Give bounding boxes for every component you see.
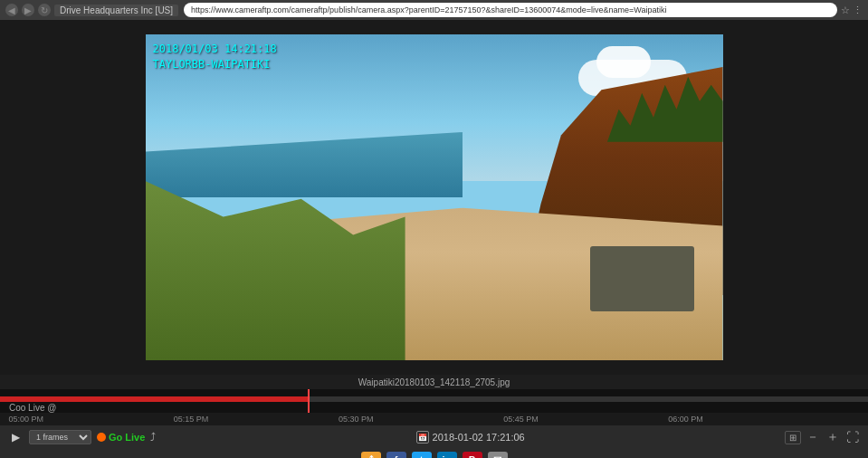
address-bar-area: Drive Headquarters Inc [US] https://www.… [54,3,837,17]
grid-view-button[interactable]: ⊞ [785,431,801,444]
browser-chrome: ◀ ▶ ↻ Drive Headquarters Inc [US] https:… [0,0,868,20]
controls-bar: ▶ 1 frames2 frames5 frames10 frames Go L… [0,425,868,449]
calendar-icon[interactable]: 📅 [416,431,429,444]
refresh-button[interactable]: ↻ [38,4,51,16]
video-overlay: 2018/01/03 14:21:18 TAYLORBB-WAIPATIKI [153,42,277,72]
site-label: Drive Headquarters Inc [US] [54,5,178,16]
share-button[interactable]: ⤴ [150,431,156,444]
time-label-3: 05:30 PM [339,415,374,424]
timestamp-line1: 2018/01/03 14:21:18 [153,42,277,57]
time-label-4: 05:45 PM [503,415,539,424]
share-social-button[interactable]: ⤴ [361,452,381,458]
foreground-grass [146,181,405,360]
frames-select[interactable]: 1 frames2 frames5 frames10 frames [29,430,91,444]
twitter-button[interactable]: t [412,452,432,458]
address-bar[interactable]: https://www.cameraftp.com/cameraftp/publ… [184,3,837,17]
video-frame: 2018/01/03 14:21:18 TAYLORBB-WAIPATIKI [146,34,723,360]
live-label-bottom: Coo Live @ [9,403,56,413]
time-label-1: 05:00 PM [9,415,44,424]
camera-scene [146,34,723,360]
datetime-text: 2018-01-02 17:21:06 [433,432,525,443]
email-button[interactable]: ✉ [488,452,508,458]
timeline-container[interactable] [0,389,868,413]
parking-area [590,246,694,311]
timeline-played [0,396,308,402]
time-labels: 05:00 PM 05:15 PM 05:30 PM 05:45 PM 06:0… [0,413,868,425]
pinterest-button[interactable]: P [463,452,482,458]
timestamp-line2: TAYLORBB-WAIPATIKI [153,57,277,72]
datetime-display: 📅 2018-01-02 17:21:06 [416,431,525,444]
play-button[interactable]: ▶ [7,429,24,445]
forward-button[interactable]: ▶ [22,4,34,16]
video-wrapper: 2018/01/03 14:21:18 TAYLORBB-WAIPATIKI [0,20,868,375]
timeline-playhead[interactable] [308,389,310,413]
browser-actions: ☆ ⋮ [841,5,863,16]
live-dot [97,433,106,442]
social-bar: ⤴ f t in P ✉ [0,449,868,458]
zoom-out-button[interactable]: － [805,429,821,445]
go-live-label: Go Live [109,432,145,443]
facebook-button[interactable]: f [386,452,406,458]
filename-bar: Waipatiki20180103_142118_2705.jpg [0,375,868,389]
zoom-in-button[interactable]: ＋ [825,429,841,445]
timeline-section: Waipatiki20180103_142118_2705.jpg 05:00 … [0,375,868,425]
go-live-button[interactable]: Go Live [97,432,145,443]
back-button[interactable]: ◀ [5,4,18,16]
time-label-5: 06:00 PM [668,415,703,424]
linkedin-button[interactable]: in [437,452,457,458]
right-controls: ⊞ － ＋ ⛶ [785,429,861,445]
time-label-2: 05:15 PM [174,415,209,424]
star-icon[interactable]: ☆ [841,5,850,16]
fullscreen-button[interactable]: ⛶ [844,429,861,445]
menu-icon[interactable]: ⋮ [853,5,863,16]
